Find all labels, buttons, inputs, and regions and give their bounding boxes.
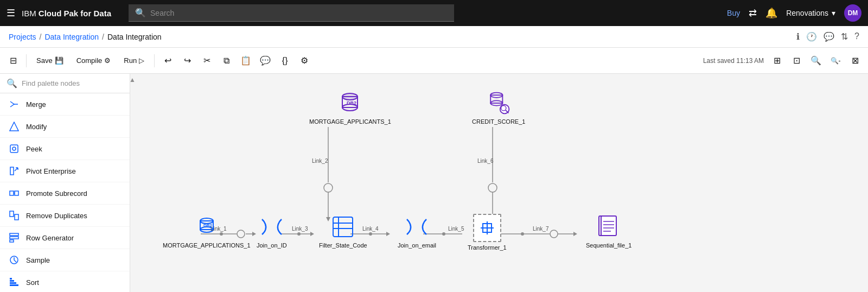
collapse-panel-button[interactable]: ⊟	[4, 52, 22, 69]
svg-rect-1	[10, 145, 18, 153]
link-3-label: Link_3	[292, 226, 308, 232]
breadcrumb-action-icons: ℹ 🕐 💬 ⇅ ?	[796, 31, 859, 42]
zoom-in-button[interactable]: 🔍	[807, 52, 825, 69]
compare-icon[interactable]: ⇅	[841, 31, 848, 42]
modify-icon	[9, 121, 20, 132]
join-email-icon	[404, 214, 430, 240]
pivot-icon	[9, 166, 20, 176]
svg-point-21	[488, 183, 497, 192]
history-icon[interactable]: 🕐	[806, 31, 817, 42]
bell-icon[interactable]: 🔔	[765, 7, 777, 19]
workspace-selector[interactable]: Renovations ▾	[786, 9, 835, 17]
sort-label: Sort	[26, 278, 39, 287]
remove-duplicates-icon	[9, 210, 20, 221]
sidebar-item-peek[interactable]: Peek	[0, 138, 130, 160]
svg-rect-10	[10, 240, 14, 242]
sidebar-item-pivot[interactable]: Pivot Enterprise	[0, 160, 130, 182]
comment-button[interactable]: 💬	[257, 52, 274, 69]
link-4-label: Link_4	[362, 226, 378, 232]
compile-button[interactable]: Compile ⚙	[71, 53, 117, 68]
breadcrumb-projects[interactable]: Projects	[9, 33, 36, 41]
scissors-button[interactable]: ✂	[198, 52, 215, 69]
sidebar-item-promote[interactable]: Promote Subrecord	[0, 182, 130, 205]
svg-rect-7	[15, 214, 18, 220]
breadcrumb-data-integration-link[interactable]: Data Integration	[44, 33, 99, 41]
redo-button[interactable]: ↪	[178, 52, 196, 69]
breadcrumb-bar: Projects / Data Integration / Data Integ…	[0, 26, 868, 48]
last-saved-text: Last saved 11:13 AM	[703, 57, 764, 65]
zoom-out-button[interactable]: 🔍-	[827, 52, 844, 69]
join-icon	[259, 214, 285, 240]
pivot-label: Pivot Enterprise	[26, 167, 76, 175]
link-7-label: Link_7	[533, 226, 548, 232]
bracket-button[interactable]: {}	[276, 52, 293, 69]
node-transformer[interactable]: Transformer_1	[468, 214, 507, 251]
sidebar-item-row-generator[interactable]: Row Generator	[0, 227, 130, 249]
toolbar: ⊟ Save 💾 Compile ⚙ Run ▷ ↩ ↪ ✂ ⧉ 📋 💬 {} …	[0, 48, 868, 74]
node-filter-state[interactable]: Filter_State_Code	[319, 214, 367, 249]
svg-marker-37	[386, 232, 390, 236]
sidebar-item-modify[interactable]: Modify	[0, 116, 130, 138]
row-generator-label: Row Generator	[26, 234, 74, 242]
sidebar-item-sort[interactable]: Sort	[0, 271, 130, 292]
mortgage-applications-label: MORTGAGE_APPLICATIONS_1	[163, 242, 251, 249]
palette-search-input[interactable]	[22, 79, 123, 87]
merge-icon	[9, 99, 20, 110]
help-icon[interactable]: ?	[854, 31, 859, 42]
undo-button[interactable]: ↩	[159, 52, 176, 69]
menu-icon[interactable]: ☰	[7, 7, 15, 19]
compile-icon: ⚙	[104, 56, 111, 65]
paste-button[interactable]: 📋	[237, 52, 254, 69]
node-join-on-email[interactable]: Join_on_email	[398, 214, 436, 249]
info-icon[interactable]: ℹ	[796, 31, 800, 42]
node-sequential-file[interactable]: Sequential_file_1	[586, 214, 631, 249]
avatar[interactable]: DM	[844, 4, 861, 22]
sample-label: Sample	[26, 256, 50, 264]
mortgage-applicants-label: MORTGAGE_APPLICANTS_1	[309, 118, 391, 125]
svg-point-2	[12, 147, 16, 150]
link-2-label: Link_2	[312, 158, 328, 164]
search-bar[interactable]: 🔍	[129, 4, 454, 22]
node-mortgage-applicants[interactable]: DB2 MORTGAGE_APPLICANTS_1	[309, 90, 391, 125]
transfer-icon[interactable]: ⇄	[749, 7, 757, 19]
link-1-label: Link_1	[210, 226, 226, 232]
run-button[interactable]: Run ▷	[118, 53, 150, 68]
toolbar-sep-1	[26, 54, 27, 67]
copy-button[interactable]: ⧉	[218, 52, 235, 69]
save-button[interactable]: Save 💾	[31, 53, 69, 68]
comment-icon[interactable]: 💬	[824, 31, 834, 42]
svg-point-17	[324, 183, 333, 192]
row-generator-icon	[9, 232, 20, 243]
breadcrumb-sep2: /	[102, 33, 104, 41]
node-mortgage-applications[interactable]: DB2 MORTGAGE_APPLICATIONS_1	[163, 214, 251, 249]
sort-icon	[9, 277, 20, 288]
svg-point-39	[442, 232, 445, 236]
promote-icon	[9, 188, 20, 199]
filter-icon	[330, 214, 356, 240]
main-area: 🔍 Merge Modify	[0, 74, 868, 292]
node-credit-score[interactable]: CREDIT_SCORE_1	[472, 90, 525, 125]
svg-point-44	[550, 230, 558, 238]
toolbar-sep-2	[154, 54, 155, 67]
svg-rect-3	[10, 167, 14, 175]
svg-rect-14	[10, 280, 14, 282]
buy-link[interactable]: Buy	[727, 9, 740, 17]
settings-button[interactable]: ⚙	[296, 52, 313, 69]
list-view-button[interactable]: ⊡	[788, 52, 805, 69]
transformer-icon	[473, 214, 501, 242]
toolbar-view-icons: ⊞ ⊡ 🔍 🔍- ⊠	[768, 52, 864, 69]
scroll-indicator: ▲	[130, 74, 135, 292]
canvas[interactable]: ▲	[130, 74, 868, 292]
sidebar-item-merge[interactable]: Merge	[0, 93, 130, 116]
svg-rect-5	[15, 191, 18, 195]
svg-point-31	[297, 232, 301, 236]
sidebar-item-remove-duplicates[interactable]: Remove Duplicates	[0, 205, 130, 227]
node-join-on-id[interactable]: Join_on_ID	[257, 214, 287, 249]
svg-rect-53	[490, 95, 502, 103]
grid-view-button[interactable]: ⊞	[768, 52, 786, 69]
sidebar-item-sample[interactable]: Sample	[0, 249, 130, 271]
scroll-arrow-up: ▲	[130, 76, 136, 84]
search-input[interactable]	[150, 9, 448, 17]
palette-search[interactable]: 🔍	[0, 74, 130, 93]
fit-view-button[interactable]: ⊠	[846, 52, 864, 69]
